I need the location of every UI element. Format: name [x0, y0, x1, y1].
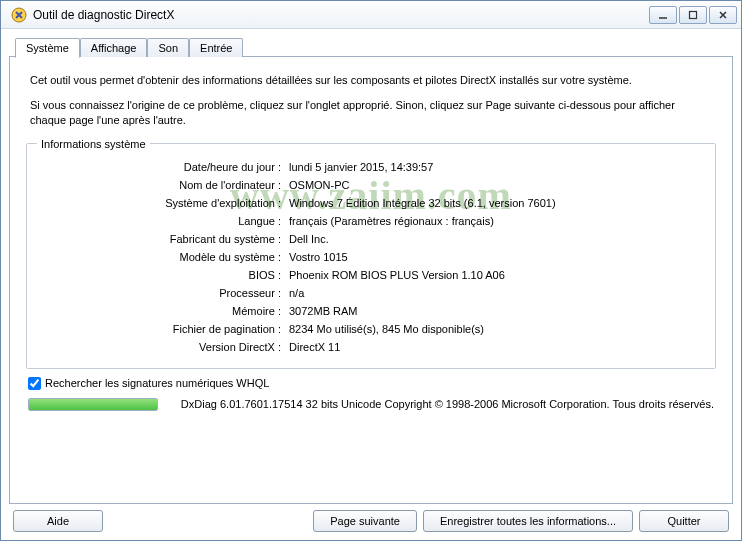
info-value: n/a	[285, 284, 705, 302]
tab-label: Affichage	[91, 42, 137, 54]
intro-text: Cet outil vous permet d'obtenir des info…	[30, 73, 712, 128]
info-value: lundi 5 janvier 2015, 14:39:57	[285, 158, 705, 176]
info-value: DirectX 11	[285, 338, 705, 356]
info-label: Système d'exploitation :	[37, 194, 285, 212]
tab-systeme[interactable]: Système	[15, 38, 80, 58]
info-label: Mémoire :	[37, 302, 285, 320]
info-value: OSMON-PC	[285, 176, 705, 194]
info-label: Langue :	[37, 212, 285, 230]
window-title: Outil de diagnostic DirectX	[33, 8, 649, 22]
info-label: Fichier de pagination :	[37, 320, 285, 338]
info-value: Windows 7 Édition Intégrale 32 bits (6.1…	[285, 194, 705, 212]
info-value: 8234 Mo utilisé(s), 845 Mo disponible(s)	[285, 320, 705, 338]
dxdiag-icon	[11, 7, 27, 23]
dxdiag-window: Outil de diagnostic DirectX Système Affi…	[0, 0, 742, 541]
maximize-button[interactable]	[679, 6, 707, 24]
info-label: Modèle du système :	[37, 248, 285, 266]
svg-rect-2	[690, 11, 697, 18]
copyright-text: DxDiag 6.01.7601.17514 32 bits Unicode C…	[166, 398, 714, 410]
quit-button[interactable]: Quitter	[639, 510, 729, 532]
titlebar: Outil de diagnostic DirectX	[1, 1, 741, 29]
button-row: Aide Page suivante Enregistrer toutes le…	[9, 504, 733, 532]
tab-affichage[interactable]: Affichage	[80, 38, 148, 57]
progress-fill	[29, 399, 157, 410]
intro-paragraph-2: Si vous connaissez l'origine de ce probl…	[30, 98, 712, 128]
info-row: Fabricant du système :Dell Inc.	[37, 230, 705, 248]
info-row: Date/heure du jour :lundi 5 janvier 2015…	[37, 158, 705, 176]
help-button[interactable]: Aide	[13, 510, 103, 532]
close-button[interactable]	[709, 6, 737, 24]
status-row: DxDiag 6.01.7601.17514 32 bits Unicode C…	[28, 398, 714, 411]
whql-row: Rechercher les signatures numériques WHQ…	[28, 377, 714, 390]
info-row: Fichier de pagination :8234 Mo utilisé(s…	[37, 320, 705, 338]
spacer	[109, 510, 307, 532]
tab-label: Entrée	[200, 42, 232, 54]
info-value: 3072MB RAM	[285, 302, 705, 320]
info-label: Version DirectX :	[37, 338, 285, 356]
info-value: français (Paramètres régionaux : françai…	[285, 212, 705, 230]
info-row: Version DirectX :DirectX 11	[37, 338, 705, 356]
tabstrip: Système Affichage Son Entrée	[15, 38, 733, 57]
system-info-group: Informations système Date/heure du jour …	[26, 138, 716, 369]
info-label: BIOS :	[37, 266, 285, 284]
progress-bar	[28, 398, 158, 411]
next-page-button[interactable]: Page suivante	[313, 510, 417, 532]
info-row: Mémoire :3072MB RAM	[37, 302, 705, 320]
info-label: Date/heure du jour :	[37, 158, 285, 176]
window-buttons	[649, 6, 737, 24]
intro-paragraph-1: Cet outil vous permet d'obtenir des info…	[30, 73, 712, 88]
info-row: Langue :français (Paramètres régionaux :…	[37, 212, 705, 230]
minimize-button[interactable]	[649, 6, 677, 24]
info-row: Modèle du système :Vostro 1015	[37, 248, 705, 266]
tab-label: Système	[26, 42, 69, 54]
whql-label[interactable]: Rechercher les signatures numériques WHQ…	[45, 377, 269, 389]
info-value: Phoenix ROM BIOS PLUS Version 1.10 A06	[285, 266, 705, 284]
info-row: BIOS :Phoenix ROM BIOS PLUS Version 1.10…	[37, 266, 705, 284]
info-value: Vostro 1015	[285, 248, 705, 266]
info-label: Nom de l'ordinateur :	[37, 176, 285, 194]
info-row: Nom de l'ordinateur :OSMON-PC	[37, 176, 705, 194]
tab-panel: www.zaiim.com Cet outil vous permet d'ob…	[9, 56, 733, 504]
info-label: Fabricant du système :	[37, 230, 285, 248]
whql-checkbox[interactable]	[28, 377, 41, 390]
tab-entree[interactable]: Entrée	[189, 38, 243, 57]
group-legend: Informations système	[37, 138, 150, 150]
info-row: Système d'exploitation :Windows 7 Éditio…	[37, 194, 705, 212]
tab-label: Son	[158, 42, 178, 54]
info-value: Dell Inc.	[285, 230, 705, 248]
info-row: Processeur :n/a	[37, 284, 705, 302]
tab-son[interactable]: Son	[147, 38, 189, 57]
save-all-button[interactable]: Enregistrer toutes les informations...	[423, 510, 633, 532]
client-area: Système Affichage Son Entrée www.zaiim.c…	[1, 29, 741, 540]
info-label: Processeur :	[37, 284, 285, 302]
